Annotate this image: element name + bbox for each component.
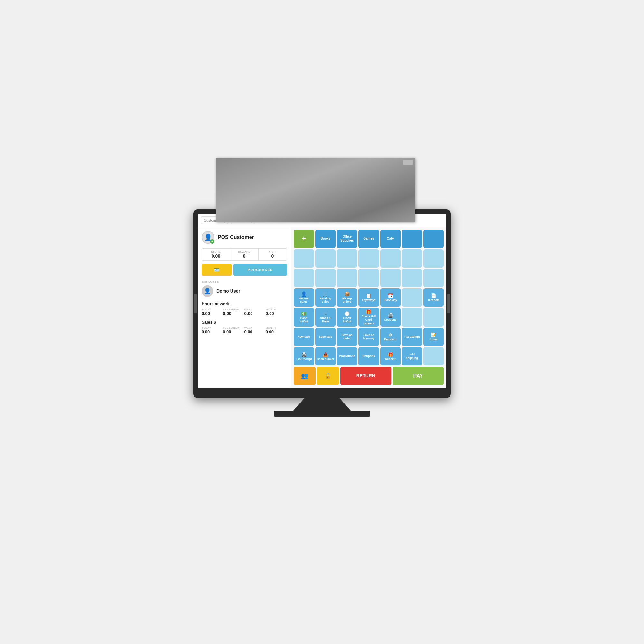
item-4-6[interactable] bbox=[402, 288, 422, 307]
save-sale-button[interactable]: Save sale bbox=[315, 328, 336, 346]
books-button[interactable]: Books bbox=[315, 230, 336, 248]
discount-button[interactable]: ⊘Discount bbox=[380, 328, 401, 346]
hours-month: MONTH 0:00 bbox=[266, 308, 287, 316]
sales-week: WEEK 0.00 bbox=[244, 327, 266, 334]
item-2-3[interactable] bbox=[337, 249, 357, 268]
cafe-button[interactable]: Cafe bbox=[380, 230, 401, 248]
pending-sales-button[interactable]: 🛒Pendingsales bbox=[315, 288, 336, 307]
lock-button[interactable]: 🔒 bbox=[317, 367, 339, 385]
employee-section: 👤 Demo User bbox=[202, 285, 287, 297]
store-value: 0.00 bbox=[203, 253, 229, 259]
new-sale-button[interactable]: New sale bbox=[294, 328, 314, 346]
category-7-button[interactable] bbox=[423, 230, 444, 248]
games-button[interactable]: Games bbox=[358, 230, 379, 248]
visit-stat: VISIT 0 bbox=[259, 249, 287, 260]
left-grip bbox=[194, 294, 197, 313]
item-7-7[interactable] bbox=[423, 347, 444, 365]
monitor-bottom-bar bbox=[198, 390, 446, 393]
hours-week: WEEK 0:00 bbox=[244, 308, 266, 316]
save-as-order-button[interactable]: Save asorder bbox=[337, 328, 357, 346]
grid-row-2 bbox=[294, 249, 444, 268]
pay-button[interactable]: PAY bbox=[393, 367, 444, 385]
monitor-base bbox=[274, 411, 370, 417]
customer-stats: STORE 0.00 REWARD 0 VISIT 0 bbox=[202, 248, 287, 261]
save-as-layaway-button[interactable]: Save aslayaway bbox=[358, 328, 379, 346]
reward-label: REWARD bbox=[232, 251, 257, 253]
employee-avatar: 👤 bbox=[202, 285, 213, 297]
employee-name: Demo User bbox=[216, 289, 240, 294]
add-button[interactable]: + bbox=[294, 230, 314, 248]
store-label: STORE bbox=[203, 251, 229, 253]
x-report-button[interactable]: 📄X-report bbox=[423, 288, 444, 307]
item-3-7[interactable] bbox=[423, 269, 444, 287]
item-2-2[interactable] bbox=[315, 249, 336, 268]
customer-actions: 🪪 PURCHASES bbox=[202, 264, 287, 276]
item-5-6[interactable] bbox=[402, 308, 422, 326]
main-content: 👤 POS Customer STORE 0.00 REWARD 0 bbox=[198, 227, 446, 388]
sales-yesterday: YESTERDAY 0.00 bbox=[223, 327, 244, 334]
check-gift-card-button[interactable]: 🎁Check GiftCard balance bbox=[358, 308, 379, 326]
right-grip bbox=[447, 294, 450, 313]
reward-stat: REWARD 0 bbox=[230, 249, 259, 260]
customer-avatar[interactable]: 👤 bbox=[202, 231, 214, 244]
monitor: Customer 🔍 Product 🔍 👤 POS Customer bbox=[193, 209, 451, 398]
sales-month: MONTH 0.00 bbox=[266, 327, 287, 334]
promotions-button[interactable]: Promotions bbox=[337, 347, 357, 365]
privacy-filter bbox=[216, 158, 415, 222]
recent-sales-button[interactable]: 👤Recentsales bbox=[294, 288, 314, 307]
office-supplies-button[interactable]: OfficeSupplies bbox=[337, 230, 357, 248]
coupons-print-button[interactable]: 🖨️Coupons bbox=[380, 308, 401, 326]
pos-grid: + Books OfficeSupplies Games Cafe bbox=[294, 230, 444, 385]
grid-row-7: 🖨️Last receipt 📥Cash drawer Promotions C… bbox=[294, 347, 444, 365]
receipt-button[interactable]: 🎁Receipt bbox=[380, 347, 401, 365]
tax-exempt-button[interactable]: Tax exempt bbox=[402, 328, 422, 346]
hours-today: TODAY 0:00 bbox=[202, 308, 223, 316]
coupons-button[interactable]: Coupons bbox=[358, 347, 379, 365]
cash-inout-button[interactable]: 💵CashIn/Out bbox=[294, 308, 314, 326]
reward-value: 0 bbox=[232, 253, 257, 259]
item-3-2[interactable] bbox=[315, 269, 336, 287]
stock-price-button[interactable]: 🛒Stock &Price bbox=[315, 308, 336, 326]
manage-users-button[interactable]: 👥 bbox=[294, 367, 316, 385]
item-3-4[interactable] bbox=[358, 269, 379, 287]
item-3-6[interactable] bbox=[402, 269, 422, 287]
cash-drawer-button[interactable]: 📥Cash drawer bbox=[315, 347, 336, 365]
category-6-button[interactable] bbox=[402, 230, 422, 248]
customer-card-button[interactable]: 🪪 bbox=[202, 264, 232, 276]
visit-label: VISIT bbox=[260, 251, 285, 253]
item-2-4[interactable] bbox=[358, 249, 379, 268]
item-3-5[interactable] bbox=[380, 269, 401, 287]
monitor-stand bbox=[293, 398, 351, 411]
item-3-3[interactable] bbox=[337, 269, 357, 287]
right-panel: + Books OfficeSupplies Games Cafe bbox=[291, 227, 446, 388]
add-shipping-button[interactable]: Addshipping bbox=[402, 347, 422, 365]
grid-row-6: New sale Save sale Save asorder Save asl… bbox=[294, 328, 444, 346]
sales-title: Sales $ bbox=[202, 320, 287, 325]
return-button[interactable]: RETURN bbox=[340, 367, 392, 385]
bottom-action-row: 👥 🔒 RETURN PAY bbox=[294, 367, 444, 385]
notes-button[interactable]: 📝Notes bbox=[423, 328, 444, 346]
item-2-5[interactable] bbox=[380, 249, 401, 268]
hours-title: Hours at work bbox=[202, 301, 287, 306]
customer-section: 👤 POS Customer bbox=[202, 231, 287, 244]
screen: Customer 🔍 Product 🔍 👤 POS Customer bbox=[198, 214, 446, 388]
hours-metrics: TODAY 0:00 YESTERDAY 0:00 WEEK 0:00 bbox=[202, 308, 287, 316]
grid-row-3 bbox=[294, 269, 444, 287]
sales-today: TODAY 0.00 bbox=[202, 327, 223, 334]
layaways-button[interactable]: 📋Layaways bbox=[358, 288, 379, 307]
pickup-orders-button[interactable]: 📦Pickuporders bbox=[337, 288, 357, 307]
store-stat: STORE 0.00 bbox=[202, 249, 230, 260]
clock-inout-button[interactable]: 🕐ClockIn/Out bbox=[337, 308, 357, 326]
item-2-7[interactable] bbox=[423, 249, 444, 268]
purchases-button[interactable]: PURCHASES bbox=[233, 264, 287, 276]
pos-scene: Customer 🔍 Product 🔍 👤 POS Customer bbox=[177, 177, 467, 467]
close-day-button[interactable]: 📅Close day bbox=[380, 288, 401, 307]
last-receipt-button[interactable]: 🖨️Last receipt bbox=[294, 347, 314, 365]
item-5-7[interactable] bbox=[423, 308, 444, 326]
item-3-1[interactable] bbox=[294, 269, 314, 287]
employee-section-label: EMPLOYEE bbox=[202, 280, 287, 283]
left-panel: 👤 POS Customer STORE 0.00 REWARD 0 bbox=[198, 227, 291, 388]
grid-row-1: + Books OfficeSupplies Games Cafe bbox=[294, 230, 444, 248]
item-2-1[interactable] bbox=[294, 249, 314, 268]
item-2-6[interactable] bbox=[402, 249, 422, 268]
